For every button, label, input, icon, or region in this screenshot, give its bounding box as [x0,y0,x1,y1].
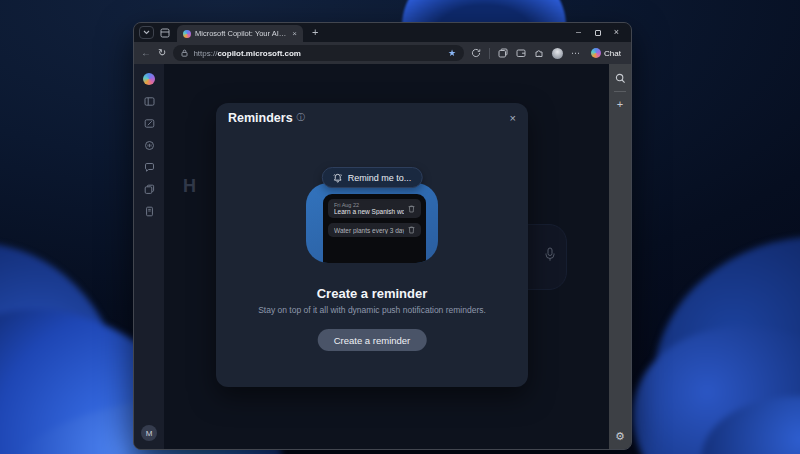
trash-icon [408,205,415,213]
create-reminder-button[interactable]: Create a reminder [318,329,427,351]
pages-icon[interactable] [144,184,155,195]
toolbar-icons: ⋯ Chat [471,46,624,60]
user-avatar[interactable]: M [141,425,157,441]
sidebar-toggle-icon[interactable] [144,96,155,107]
search-icon[interactable] [615,73,626,84]
url-text: https://copilot.microsoft.com [193,49,301,58]
tab-close-button[interactable]: × [292,30,297,38]
bell-icon [333,173,343,183]
gear-icon[interactable]: ⚙ [615,431,625,442]
reminder-text: Water plants every 3 days [334,227,404,234]
history-icon[interactable] [471,48,481,58]
tab-strip: Microsoft Copilot: Your AI companion × +… [134,23,631,42]
tab-title: Microsoft Copilot: Your AI companion [195,29,288,38]
copilot-favicon [183,30,191,38]
chats-icon[interactable] [144,162,155,173]
window-body: M H Reminders ⓘ × [134,64,631,449]
remind-me-pill: Remind me to... [322,167,423,188]
voice-icon[interactable] [144,140,155,151]
favorite-star-icon[interactable]: ★ [448,49,456,58]
reminder-row: Fri Aug 22 Learn a new Spanish word [328,199,421,218]
more-options-button[interactable]: ⋯ [571,49,580,58]
reminder-text: Learn a new Spanish word [334,208,404,215]
refresh-button[interactable]: ↻ [158,48,166,58]
edge-sidebar: + ⚙ [609,64,631,449]
extensions-icon[interactable] [534,48,544,58]
close-window-button[interactable]: × [607,23,626,42]
modal-description: Stay on top of it all with dynamic push … [252,305,492,317]
toolbar-divider [489,48,490,59]
browser-tab[interactable]: Microsoft Copilot: Your AI companion × [177,25,303,42]
reminder-row: Water plants every 3 days [328,223,421,237]
copilot-sidebar-rail: M [134,64,164,449]
journal-icon[interactable] [144,206,155,217]
profile-avatar[interactable] [552,48,563,59]
maximize-button[interactable] [588,30,607,36]
new-chat-icon[interactable] [144,118,155,129]
browser-toolbar: ← ↻ https://copilot.microsoft.com ★ [134,42,631,64]
minimize-button[interactable]: – [569,23,588,42]
desktop: Microsoft Copilot: Your AI companion × +… [0,0,800,454]
modal-heading: Create a reminder [216,286,528,301]
wallet-icon[interactable] [516,48,526,58]
chevron-down-icon [143,30,150,35]
edge-browser-window: Microsoft Copilot: Your AI companion × +… [133,22,632,450]
remind-me-pill-label: Remind me to... [348,173,412,183]
tab-actions-menu-button[interactable] [139,26,154,39]
chat-label: Chat [604,49,621,58]
copilot-chat-button[interactable]: Chat [588,46,624,60]
collections-icon[interactable] [498,48,508,58]
address-bar[interactable]: https://copilot.microsoft.com ★ [173,45,464,61]
reminders-card: Fri Aug 22 Learn a new Spanish word [323,194,426,263]
copilot-logo-icon[interactable] [143,73,155,85]
sidebar-divider [614,91,626,92]
maximize-icon [595,30,601,36]
new-tab-button[interactable]: + [312,27,318,38]
workspaces-icon[interactable] [160,28,170,38]
reminders-app-tile: Fri Aug 22 Learn a new Spanish word [306,183,438,263]
copilot-icon [591,48,601,58]
trash-icon [408,226,415,234]
window-controls: – × [569,23,626,42]
reminders-illustration: Remind me to... Fri Aug 22 Learn a new S… [216,103,528,273]
sidebar-add-button[interactable]: + [617,99,623,110]
copilot-main-content: H Reminders ⓘ × [164,64,609,449]
back-button[interactable]: ← [141,48,151,58]
reminders-modal: Reminders ⓘ × Remind me to... [216,103,528,387]
lock-icon [181,49,188,57]
